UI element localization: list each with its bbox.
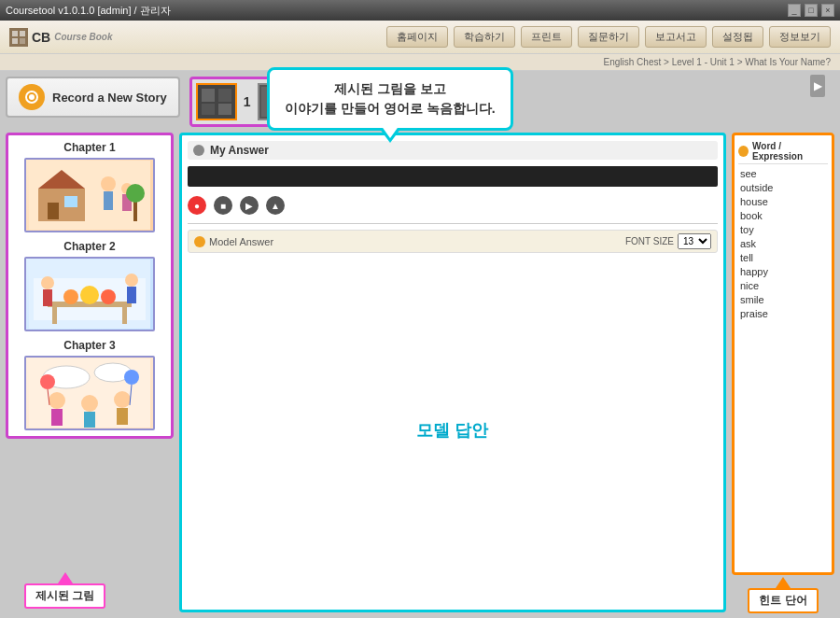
- chapter-2-title: Chapter 2: [63, 240, 115, 253]
- record-button[interactable]: ●: [188, 196, 206, 215]
- title-bar-text: Coursetool v1.0.1.0 [admin] / 관리자: [6, 4, 171, 18]
- home-button[interactable]: 홈페이지: [386, 26, 448, 48]
- settings-button[interactable]: 설정됩: [712, 26, 763, 48]
- word-dot-icon: [738, 146, 749, 157]
- svg-rect-10: [218, 104, 231, 115]
- my-answer-label: My Answer: [210, 144, 269, 157]
- word-item: nice: [738, 279, 828, 292]
- speech-bubble: 제시된 그림을 보고 이야기를 만들어 영어로 녹음합니다.: [267, 67, 513, 131]
- study-button[interactable]: 학습하기: [454, 26, 515, 48]
- word-item: house: [738, 195, 828, 208]
- report-button[interactable]: 보고서고: [645, 26, 707, 48]
- word-list: see outside house book toy ask tell happ…: [738, 167, 828, 320]
- chapter-2-item[interactable]: Chapter 2: [14, 240, 165, 331]
- svg-rect-16: [64, 196, 77, 207]
- qa-button[interactable]: 질문하기: [578, 26, 639, 48]
- record-icon: [19, 84, 45, 110]
- font-size-control[interactable]: FONT SIZE 13 14 16: [625, 233, 711, 249]
- svg-point-31: [41, 276, 54, 289]
- svg-point-42: [114, 391, 131, 408]
- speech-line1: 제시된 그림을 보고: [285, 79, 496, 99]
- svg-rect-34: [127, 287, 136, 303]
- audio-waveform: [188, 166, 718, 187]
- record-title: Record a New Story: [52, 91, 167, 105]
- nav-logo: CB Course Book: [9, 28, 112, 47]
- svg-rect-7: [202, 89, 215, 102]
- svg-rect-9: [202, 104, 215, 115]
- annotation-up-arrow-icon: [58, 572, 73, 583]
- word-annotation-arrow: [776, 577, 791, 588]
- font-size-select[interactable]: 13 14 16: [678, 233, 711, 249]
- record-header: Record a New Story: [6, 77, 180, 118]
- word-item: praise: [738, 307, 828, 320]
- svg-rect-27: [122, 307, 127, 324]
- close-button[interactable]: ×: [821, 4, 834, 17]
- info-button[interactable]: 정보보기: [769, 26, 831, 48]
- chapter-1-item[interactable]: Chapter 1: [14, 141, 165, 232]
- word-annotation-label: 힌트 단어: [748, 588, 818, 613]
- svg-rect-43: [117, 408, 128, 425]
- svg-point-38: [49, 392, 65, 409]
- svg-rect-41: [84, 412, 95, 428]
- chapter-3-item[interactable]: Chapter 3: [14, 339, 165, 430]
- svg-rect-2: [12, 38, 18, 44]
- svg-rect-1: [20, 31, 25, 36]
- svg-point-29: [80, 286, 99, 304]
- word-item: tell: [738, 251, 828, 264]
- chapter-2-image: [24, 257, 155, 331]
- svg-rect-26: [52, 307, 57, 324]
- svg-rect-39: [51, 409, 63, 426]
- nav-buttons[interactable]: 홈페이지 학습하기 프린트 질문하기 보고서고 설정됩 정보보기: [386, 26, 831, 48]
- word-panel-header: Word / Expression: [738, 139, 828, 164]
- chapter-3-title: Chapter 3: [63, 339, 115, 352]
- model-dot-icon: [194, 236, 205, 247]
- svg-rect-32: [43, 289, 52, 306]
- word-header-text: Word / Expression: [752, 141, 828, 162]
- nav-bar: CB Course Book 홈페이지 학습하기 프린트 질문하기 보고서고 설…: [0, 21, 840, 54]
- font-size-label: FONT SIZE: [625, 236, 674, 246]
- word-item: happy: [738, 265, 828, 278]
- playback-controls[interactable]: ● ■ ▶ ▲: [188, 193, 718, 218]
- svg-point-40: [81, 395, 98, 412]
- chapter-1-title: Chapter 1: [63, 141, 115, 154]
- svg-point-17: [101, 176, 116, 191]
- svg-rect-8: [218, 89, 231, 102]
- svg-point-22: [126, 184, 145, 203]
- svg-point-28: [63, 289, 78, 304]
- chapters-panel: Chapter 1: [6, 133, 174, 439]
- model-answer-header: Model Answer FONT SIZE 13 14 16: [188, 230, 718, 253]
- maximize-button[interactable]: □: [805, 4, 818, 17]
- pic-num-1: 1: [240, 94, 255, 109]
- svg-rect-0: [12, 31, 18, 36]
- word-item: outside: [738, 181, 828, 194]
- upload-button[interactable]: ▲: [266, 196, 285, 215]
- svg-rect-13: [38, 189, 85, 221]
- svg-rect-18: [104, 191, 113, 210]
- stop-button[interactable]: ■: [214, 196, 232, 215]
- nav-right-arrow[interactable]: ▶: [810, 75, 825, 97]
- word-item: toy: [738, 223, 828, 236]
- my-answer-header: My Answer: [188, 141, 718, 160]
- title-bar-controls[interactable]: _ □ ×: [788, 4, 834, 17]
- svg-rect-3: [20, 38, 25, 44]
- minimize-button[interactable]: _: [788, 4, 801, 17]
- chapter-annotation-label: 제시된 그림: [24, 583, 105, 609]
- model-answer-content: 모델 답안: [188, 257, 718, 604]
- my-answer-dot-icon: [193, 145, 204, 156]
- chapter-annotation: 제시된 그림: [24, 572, 105, 609]
- word-annotation: 힌트 단어: [735, 577, 832, 613]
- svg-point-5: [29, 94, 35, 100]
- logo-icon: [9, 28, 28, 47]
- svg-point-30: [101, 289, 116, 304]
- svg-point-46: [124, 370, 139, 385]
- header-row: Record a New Story 1 2 그림선택 제시된 그림을: [6, 77, 834, 127]
- word-item: book: [738, 209, 828, 222]
- speech-line2: 이야기를 만들어 영어로 녹음합니다.: [285, 99, 496, 119]
- center-panel: My Answer ● ■ ▶ ▲ Model Answer FONT SIZE: [179, 133, 726, 612]
- content-row: Chapter 1: [6, 133, 834, 612]
- print-button[interactable]: 프린트: [521, 26, 572, 48]
- svg-point-33: [125, 274, 138, 287]
- word-item: ask: [738, 237, 828, 250]
- play-button[interactable]: ▶: [240, 196, 259, 215]
- pic-thumb-1[interactable]: [196, 83, 237, 120]
